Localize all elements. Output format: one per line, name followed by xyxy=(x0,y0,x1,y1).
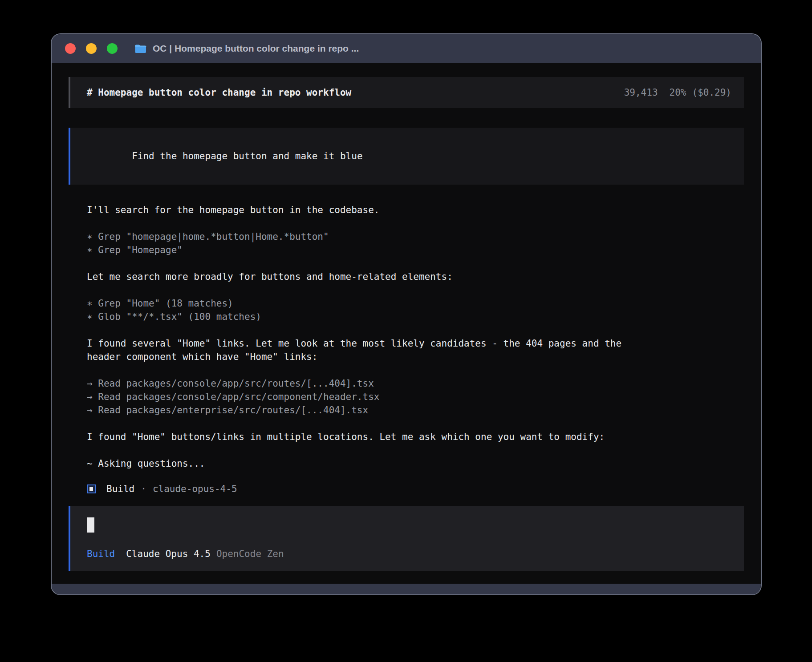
prompt-input[interactable]: Build Claude Opus 4.5 OpenCode Zen xyxy=(69,506,744,571)
assistant-text-line: I found "Home" buttons/links in multiple… xyxy=(87,430,744,444)
model-label: Claude Opus 4.5 xyxy=(126,547,211,561)
screen: OC | Homepage button color change in rep… xyxy=(0,0,812,662)
assistant-text-line: I'll search for the homepage button in t… xyxy=(87,203,744,217)
user-message-text: Find the homepage button and make it blu… xyxy=(132,151,362,161)
minimize-button[interactable] xyxy=(86,43,97,54)
assistant-transcript: I'll search for the homepage button in t… xyxy=(69,203,744,484)
transcript-group: ∗ Grep "Home" (18 matches)∗ Glob "**/*.t… xyxy=(87,297,744,323)
terminal-window: OC | Homepage button color change in rep… xyxy=(51,33,762,595)
tool-call-line: → Read packages/enterprise/src/routes/[.… xyxy=(87,404,744,417)
tool-call-line: ∗ Grep "Homepage" xyxy=(87,243,744,257)
session-stats: 39,413 20% ($0.29) xyxy=(624,87,731,98)
agent-name: Build xyxy=(106,484,134,494)
window-title: OC | Homepage button color change in rep… xyxy=(153,43,359,54)
close-button[interactable] xyxy=(65,43,76,54)
folder-icon xyxy=(134,44,147,54)
transcript-group: ∗ Grep "homepage|home.*button|Home.*butt… xyxy=(87,230,744,257)
tool-call-line: → Read packages/console/app/src/componen… xyxy=(87,390,744,404)
session-header: # Homepage button color change in repo w… xyxy=(69,77,744,108)
zoom-button[interactable] xyxy=(107,43,118,54)
hint-interrupt: escinterrupt xyxy=(138,580,267,584)
tool-call-line: ∗ Glob "**/*.tsx" (100 matches) xyxy=(87,310,744,323)
transcript-group: → Read packages/console/app/src/routes/[… xyxy=(87,377,744,417)
assistant-text-line: Let me search more broadly for buttons a… xyxy=(87,270,744,283)
transcript-group: I found "Home" buttons/links in multiple… xyxy=(87,430,744,444)
token-count: 39,413 xyxy=(624,87,658,98)
user-message: Find the homepage button and make it blu… xyxy=(69,128,744,185)
bottom-chrome-strip xyxy=(52,584,761,594)
context-percent: 20% xyxy=(670,87,686,98)
transcript-group: ~ Asking questions... xyxy=(87,457,744,470)
title-bar: OC | Homepage button color change in rep… xyxy=(52,34,761,63)
session-title: # Homepage button color change in repo w… xyxy=(87,87,351,98)
mode-label: Build xyxy=(87,547,115,561)
status-bar: escinterrupt ctrl+tvariantstabagentsctrl… xyxy=(69,571,744,584)
session-view: # Homepage button color change in repo w… xyxy=(52,63,761,584)
agent-model: claude-opus-4-5 xyxy=(153,484,237,494)
assistant-text-line: ~ Asking questions... xyxy=(87,457,744,470)
tool-call-line: ∗ Grep "Home" (18 matches) xyxy=(87,297,744,310)
session-cost: ($0.29) xyxy=(692,87,731,98)
tool-call-line: → Read packages/console/app/src/routes/[… xyxy=(87,377,744,390)
window-controls xyxy=(65,43,118,54)
text-cursor xyxy=(87,517,94,533)
assistant-text-line: I found several "Home" links. Let me loo… xyxy=(87,337,744,350)
agent-separator: · xyxy=(141,484,146,494)
transcript-group: Let me search more broadly for buttons a… xyxy=(87,270,744,283)
agent-status-line: Build · claude-opus-4-5 xyxy=(69,484,744,494)
tool-call-line: ∗ Grep "homepage|home.*button|Home.*butt… xyxy=(87,230,744,243)
assistant-text-line: header component which have "Home" links… xyxy=(87,350,744,363)
transcript-group: I'll search for the homepage button in t… xyxy=(87,203,744,217)
transcript-group: I found several "Home" links. Let me loo… xyxy=(87,337,744,363)
provider-label: OpenCode Zen xyxy=(216,547,284,561)
input-mode-row: Build Claude Opus 4.5 OpenCode Zen xyxy=(87,547,731,561)
agent-build-icon xyxy=(87,484,96,493)
